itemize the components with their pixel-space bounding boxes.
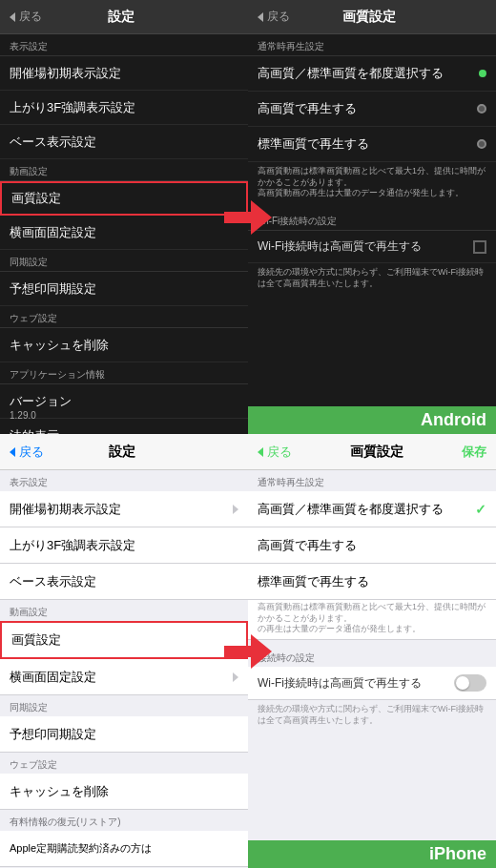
unselected-indicator <box>477 104 486 114</box>
iphone-settings-back-btn[interactable]: 戻る <box>10 444 44 461</box>
section-header-playback-iphone: 通常時再生設定 <box>248 470 496 491</box>
quality-option-2-iphone[interactable]: 高画質で再生する <box>248 527 496 564</box>
wifi-desc-iphone: 接続先の環境や方式に関わらず、ご利用端末でWi-Fi接続時は全て高画質再生いたし… <box>248 700 496 730</box>
section-header-display-android: 表示設定 <box>0 34 248 56</box>
section-header-video-android: 動画設定 <box>0 159 248 181</box>
row-label: 予想印同期設定 <box>10 280 238 298</box>
row-label: キャッシュを削除 <box>10 337 238 354</box>
quality-desc-android: 高画質動画は標準画質動画と比べて最大1分、提供に時間がかかることがあります。高画… <box>248 162 496 203</box>
wifi-desc-android: 接続先の環境や方式に関わらず、ご利用端末でWi-Fi接続時は全て高画質再生いたし… <box>248 263 496 293</box>
list-row-android[interactable]: キャッシュを削除 <box>0 328 248 362</box>
quality-option-1-android[interactable]: 高画質／標準画質を都度選択する <box>248 56 496 92</box>
list-row-android[interactable]: 開催場初期表示設定 <box>0 56 248 91</box>
list-row-iphone[interactable]: 横画面固定設定 <box>0 659 248 695</box>
list-row-android[interactable]: ベース表示設定 <box>0 125 248 159</box>
iphone-settings-navbar: 戻る 設定 <box>0 434 248 470</box>
list-row-quality-android[interactable]: 画質設定 <box>0 181 248 216</box>
row-label: 横画面固定設定 <box>10 224 238 241</box>
option-label: 高画質／標準画質を都度選択する <box>258 501 475 518</box>
iphone-settings-back-label: 戻る <box>19 444 44 461</box>
row-label: 開催場初期表示設定 <box>10 65 238 82</box>
section-header-sync-iphone: 同期設定 <box>0 695 248 716</box>
wifi-label-iphone: Wi-Fi接続時は高画質で再生する <box>258 675 448 692</box>
option-label: 高画質で再生する <box>258 537 486 554</box>
row-label: キャッシュを削除 <box>10 783 238 800</box>
list-row-iphone[interactable]: キャッシュを削除 <box>0 774 248 810</box>
section-header-sync-android: 同期設定 <box>0 250 248 272</box>
row-label: ベース表示設定 <box>10 134 238 151</box>
iphone-detail-title: 画質設定 <box>292 444 462 461</box>
list-row-iphone[interactable]: ベース表示設定 <box>0 564 248 600</box>
iphone-detail-back-label: 戻る <box>267 444 292 461</box>
iphone-settings-title: 設定 <box>44 444 200 461</box>
os-label-iphone: iPhone <box>248 840 496 868</box>
list-row-android[interactable]: 上がり3F強調表示設定 <box>0 91 248 125</box>
wifi-label-android: Wi-Fi接続時は高画質で再生する <box>258 238 467 255</box>
android-settings-back-btn[interactable]: 戻る <box>10 9 42 25</box>
wifi-row-android[interactable]: Wi-Fi接続時は高画質で再生する <box>248 231 496 263</box>
row-label: 上がり3F強調表示設定 <box>10 99 238 116</box>
version-label-android: バージョン <box>10 393 72 410</box>
android-settings-title: 設定 <box>42 9 200 26</box>
option-label: 高画質で再生する <box>258 100 477 117</box>
iphone-detail-panel: 戻る 画質設定 保存 通常時再生設定 高画質／標準画質を都度選択する ✓ 高画質… <box>248 434 496 868</box>
unselected-indicator <box>477 139 486 149</box>
android-settings-panel: 戻る 設定 表示設定 開催場初期表示設定 上がり3F強調表示設定 ベース表示設定… <box>0 0 248 434</box>
list-row-version-android: バージョン 1.29.0 <box>0 384 248 419</box>
row-label: 横画面固定設定 <box>10 669 233 686</box>
android-detail-back-label: 戻る <box>267 9 290 25</box>
selected-indicator <box>479 70 486 77</box>
android-detail-back-btn[interactable]: 戻る <box>258 9 290 25</box>
back-chevron-icon <box>258 447 263 457</box>
list-row-iphone[interactable]: 予想印同期設定 <box>0 716 248 753</box>
android-settings-navbar: 戻る 設定 <box>0 0 248 34</box>
row-label: 法的表示 <box>10 427 238 435</box>
iphone-detail-save-btn[interactable]: 保存 <box>462 444 486 461</box>
section-header-wifi-android: Wi-Fi接続時の設定 <box>248 209 496 231</box>
row-label: 上がり3F強調表示設定 <box>10 537 238 554</box>
list-row-quality-iphone[interactable]: 画質設定 <box>0 621 248 659</box>
top-row: 戻る 設定 表示設定 開催場初期表示設定 上がり3F強調表示設定 ベース表示設定… <box>0 0 496 434</box>
android-detail-navbar: 戻る 画質設定 <box>248 0 496 34</box>
quality-desc-iphone: 高画質動画は標準画質動画と比べて最大1分、提供に時間がかかることがあります。の再… <box>248 600 496 640</box>
list-row-android[interactable]: 予想印同期設定 <box>0 272 248 306</box>
android-settings-back-label: 戻る <box>19 9 42 25</box>
row-label: ベース表示設定 <box>10 573 238 590</box>
chevron-right-icon <box>233 672 238 682</box>
row-label: 画質設定 <box>11 631 237 649</box>
wifi-toggle-iphone[interactable] <box>454 674 486 692</box>
quality-option-3-iphone[interactable]: 標準画質で再生する <box>248 564 496 600</box>
selected-checkmark-icon: ✓ <box>475 502 486 517</box>
wifi-checkbox-android[interactable] <box>473 240 486 254</box>
option-label: 高画質／標準画質を都度選択する <box>258 65 475 82</box>
back-chevron-icon <box>10 12 15 22</box>
section-header-wifi-iphone: 接続時の設定 <box>248 646 496 667</box>
row-label: 画質設定 <box>11 190 237 207</box>
section-header-playback-android: 通常時再生設定 <box>248 34 496 56</box>
list-row-iphone[interactable]: 上がり3F強調表示設定 <box>0 527 248 564</box>
section-header-restore-iphone: 有料情報の復元(リストア) <box>0 810 248 831</box>
iphone-detail-back-btn[interactable]: 戻る <box>258 444 292 461</box>
back-chevron-icon <box>258 12 263 22</box>
iphone-detail-navbar: 戻る 画質設定 保存 <box>248 434 496 470</box>
quality-option-1-iphone[interactable]: 高画質／標準画質を都度選択する ✓ <box>248 491 496 527</box>
iphone-settings-panel: 戻る 設定 表示設定 開催場初期表示設定 上がり3F強調表示設定 ベース表示設定… <box>0 434 248 868</box>
chevron-right-icon <box>233 505 238 514</box>
row-label: Apple定期購読契約済みの方は <box>10 841 238 856</box>
quality-option-3-android[interactable]: 標準画質で再生する <box>248 127 496 162</box>
list-row-android[interactable]: 横画面固定設定 <box>0 216 248 250</box>
section-header-video-iphone: 動画設定 <box>0 600 248 621</box>
row-label: 予想印同期設定 <box>10 726 238 743</box>
section-header-web-iphone: ウェブ設定 <box>0 753 248 774</box>
android-detail-panel: 戻る 画質設定 通常時再生設定 高画質／標準画質を都度選択する 高画質で再生する… <box>248 0 496 434</box>
back-chevron-icon <box>10 447 15 457</box>
quality-option-2-android[interactable]: 高画質で再生する <box>248 92 496 127</box>
list-row-android[interactable]: 法的表示 <box>0 419 248 434</box>
row-label: 開催場初期表示設定 <box>10 501 233 518</box>
os-label-android: Android <box>248 406 496 434</box>
section-header-display-iphone: 表示設定 <box>0 470 248 491</box>
wifi-row-iphone[interactable]: Wi-Fi接続時は高画質で再生する <box>248 667 496 700</box>
list-row-iphone[interactable]: 開催場初期表示設定 <box>0 491 248 527</box>
list-row-iphone[interactable]: Apple定期購読契約済みの方は <box>0 831 248 867</box>
section-header-web-android: ウェブ設定 <box>0 306 248 328</box>
